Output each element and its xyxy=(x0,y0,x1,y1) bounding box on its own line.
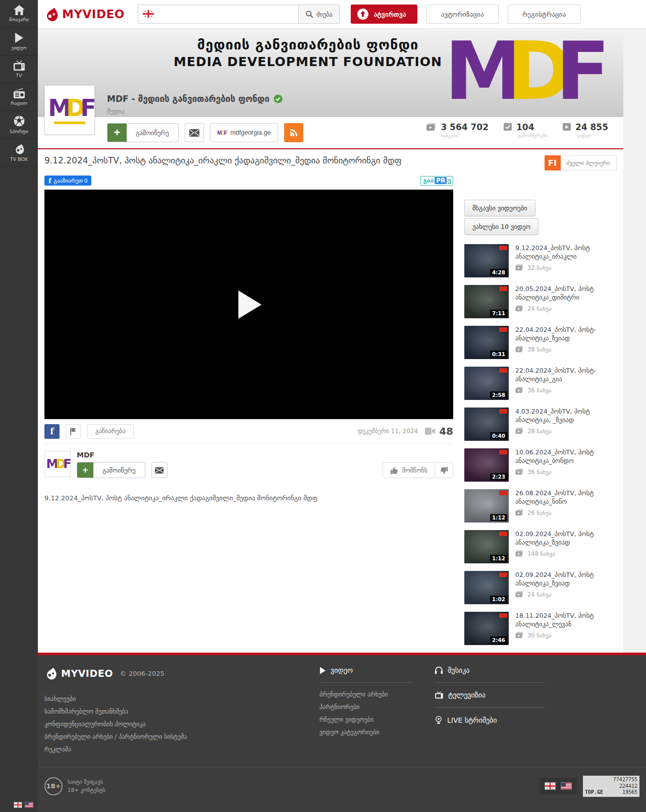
age-note: საიტი შეიცავს 18+ კონტენტს xyxy=(68,778,105,794)
related-video-title[interactable]: 02.09.2024_პოსTV, პოსტ ანალიტიკა_ზვიად xyxy=(515,571,616,588)
search-button[interactable]: ძიება xyxy=(298,5,340,24)
related-video-item[interactable]: 7:11 20.05.2024_პოსTV, პოსტ ანალიტიკა_დი… xyxy=(464,285,616,318)
video-thumbnail[interactable]: 0:31 xyxy=(464,326,509,359)
channel-card-name[interactable]: MDF xyxy=(77,451,168,459)
duration-badge: 2:23 xyxy=(490,473,507,480)
footer-link-news[interactable]: სიახლეები xyxy=(44,695,319,703)
related-video-item[interactable]: 2:23 10.06.2024_პოსTV, პოსტ ანალიტიკა_ბო… xyxy=(464,448,616,482)
related-video-item[interactable]: 1:12 02.09.2024_პოსTV, პოსტ ანალიტიკა_ზვ… xyxy=(464,530,616,563)
channel-website-button[interactable]: MDF mdfgeorgia.ge xyxy=(210,123,279,142)
sidebar-item-sport[interactable]: სპორტი xyxy=(0,111,38,139)
footer-link-video-categories[interactable]: ვიდეო კატეგორიები xyxy=(319,729,423,736)
upload-icon xyxy=(357,8,369,20)
postv-logo xyxy=(499,491,507,495)
related-video-title[interactable]: 10.06.2024_პოსTV, პოსტ ანალიტიკა_ბონდო xyxy=(515,448,616,466)
related-video-title[interactable]: 26.08.2024_პოსTV, პოსტ ანალიტიკა_ნინო xyxy=(515,489,616,506)
video-thumbnail[interactable]: 4:28 xyxy=(464,244,509,277)
related-video-item[interactable]: 2:46 18.11.2024_პოსTV, პოსტ ანალიტიკა_ლე… xyxy=(464,612,616,645)
footer-link-ads[interactable]: რეკლამა xyxy=(44,746,319,753)
facebook-share-button[interactable]: f xyxy=(44,424,60,439)
footer-tv-link[interactable]: ტელევიზია xyxy=(435,691,556,699)
report-flag-button[interactable] xyxy=(66,424,81,439)
sidebar-item-tv[interactable]: TV xyxy=(0,55,38,83)
sidebar-item-home[interactable]: მთავარი xyxy=(0,0,38,28)
play-button-icon[interactable] xyxy=(238,291,261,319)
related-video-title[interactable]: 18.11.2024_პოსTV, პოსტ ანალიტიკა_ლევან xyxy=(515,612,616,629)
facebook-like-button[interactable]: f გააზიარეთ 0 xyxy=(44,176,91,186)
related-video-title[interactable]: 22.04.2024_პოსTV, პოსტ-ანალიტიკა_გია xyxy=(515,367,616,384)
gaapre-badge[interactable]: გააPRე xyxy=(420,176,453,186)
dislike-button[interactable] xyxy=(435,462,453,478)
channel-name: MDF - მედიის განვითარების ფონდი xyxy=(107,94,270,104)
footer-link-partners[interactable]: პარტნიორები xyxy=(319,704,423,711)
tab-latest-videos[interactable]: უახლესი 10 ვიდეო xyxy=(464,218,539,235)
related-video-views: 148 ნახვა xyxy=(527,550,555,557)
video-description: 9.12.2024_პოსTV, პოსტ ანალიტიკა_ირაკლი ქ… xyxy=(44,486,453,517)
views-stat-icon xyxy=(426,123,437,131)
georgia-flag-icon[interactable] xyxy=(545,782,556,790)
related-video-item[interactable]: 0:40 4.03.2024_პოსTV, პოსტ ანალიტიკა, _ზ… xyxy=(464,408,616,441)
video-thumbnail[interactable]: 0:40 xyxy=(464,408,509,441)
rss-icon xyxy=(289,128,298,137)
sidebar-item-tvbox[interactable]: TV BOX xyxy=(0,139,38,166)
like-button[interactable]: მომწონს xyxy=(383,462,435,478)
search-input[interactable] xyxy=(138,5,298,24)
tab-similar-videos[interactable]: მსგავსი ვიდეოები xyxy=(464,200,535,216)
related-video-title[interactable]: 02.09.2024_პოსTV, პოსტ ანალიტიკა_ზვიად xyxy=(515,530,616,547)
video-thumbnail[interactable]: 1:12 xyxy=(464,530,509,563)
footer-brand[interactable]: MYVIDEO xyxy=(61,668,113,679)
related-video-item[interactable]: 2:58 22.04.2024_პოსTV, პოსტ-ანალიტიკა_გი… xyxy=(464,367,616,400)
duration-badge: 0:31 xyxy=(490,351,507,358)
footer-link-featured-videos[interactable]: რჩეული ვიდეოები xyxy=(319,716,423,723)
related-video-title[interactable]: 22.04.2024_პოსTV, პოსტ-ანალიტიკა_ზვიად xyxy=(515,326,616,343)
channel-card-avatar[interactable]: MDF xyxy=(44,451,71,477)
related-video-item[interactable]: 1:02 02.09.2024_პოსTV, პოსტ ანალიტიკა_ზვ… xyxy=(464,571,616,604)
subscribe-button[interactable]: + გამოიწერე xyxy=(77,462,145,478)
video-thumbnail[interactable]: 1:02 xyxy=(464,571,509,604)
related-video-item[interactable]: 1:12 26.08.2024_პოსTV, პოსტ ანალიტიკა_ნი… xyxy=(464,489,616,523)
myvideo-logo[interactable]: MYVIDEO xyxy=(44,6,125,22)
postv-logo xyxy=(499,286,507,291)
share-button[interactable]: გაზიარება xyxy=(87,424,134,439)
rss-button[interactable] xyxy=(284,123,303,142)
registration-button[interactable]: რეგისტრაცია xyxy=(508,5,581,24)
upload-button[interactable]: ატვირთვა xyxy=(351,5,417,24)
related-video-views: 24 ნახვა xyxy=(527,591,552,598)
related-video-item[interactable]: 0:31 22.04.2024_პოსTV, პოსტ-ანალიტიკა_ზვ… xyxy=(464,326,616,359)
us-flag-icon[interactable] xyxy=(25,802,33,808)
related-video-title[interactable]: 20.05.2024_პოსTV, პოსტ ანალიტიკა_დიმიტრი xyxy=(515,285,616,302)
footer-link-branded-channels[interactable]: ბრენდირებული არხები xyxy=(319,691,423,698)
georgia-flag-icon[interactable] xyxy=(143,10,154,18)
related-video-views: 26 ნახვა xyxy=(527,509,552,516)
related-video-title[interactable]: 9.12.2024_პოსTV, პოსტ ანალიტიკა_ირაკლი xyxy=(515,244,616,261)
footer-link-privacy[interactable]: კონფიდენციალურობის პოლიტიკა xyxy=(44,721,319,728)
search-button-label: ძიება xyxy=(316,11,333,18)
topge-counter[interactable]: 77427755 224412 TOP.GE 19565 xyxy=(583,776,639,797)
video-thumbnail[interactable]: 7:11 xyxy=(464,285,509,318)
video-thumbnail[interactable]: 2:23 xyxy=(464,448,509,482)
georgia-flag-icon[interactable] xyxy=(14,802,22,808)
fi-badge[interactable]: FI xyxy=(545,155,561,170)
sidebar-item-video[interactable]: ვიდეო xyxy=(0,28,38,55)
message-button[interactable] xyxy=(151,462,168,478)
footer-video-header[interactable]: ვიდეო xyxy=(331,666,353,674)
video-thumbnail[interactable]: 2:46 xyxy=(464,612,509,645)
video-thumbnail[interactable]: 2:58 xyxy=(464,367,509,400)
footer-live-streams-link[interactable]: LIVE სტრიმები xyxy=(435,716,556,724)
related-video-item[interactable]: 4:28 9.12.2024_პოსTV, პოსტ ანალიტიკა_ირა… xyxy=(464,244,616,277)
old-player-toggle[interactable]: FI ძველი პლეიერი xyxy=(545,155,617,170)
authorization-button[interactable]: ავტორიზაცია xyxy=(426,5,499,24)
video-player[interactable] xyxy=(44,190,453,419)
sidebar-item-label: ვიდეო xyxy=(12,45,27,50)
related-videos-panel: მსგავსი ვიდეოები უახლესი 10 ვიდეო 4:28 9… xyxy=(464,190,616,653)
subscribe-button[interactable]: + გამოიწერე xyxy=(107,123,179,142)
footer-music-link[interactable]: მუსიკა xyxy=(435,666,556,674)
us-flag-icon[interactable] xyxy=(561,782,572,790)
channel-avatar[interactable]: MDF xyxy=(44,85,95,135)
video-thumbnail[interactable]: 1:12 xyxy=(464,489,509,523)
footer-link-terms[interactable]: სამომხმარებლო შეთანხმება xyxy=(44,708,319,715)
sidebar-item-radio[interactable]: რადიო xyxy=(0,83,38,111)
message-button[interactable] xyxy=(185,123,204,142)
footer-link-branded-partner[interactable]: ბრენდირებული არხები / პარტნიორული სისტემ… xyxy=(44,733,319,740)
related-video-title[interactable]: 4.03.2024_პოსTV, პოსტ ანალიტიკა, _ზვიად xyxy=(515,408,616,425)
